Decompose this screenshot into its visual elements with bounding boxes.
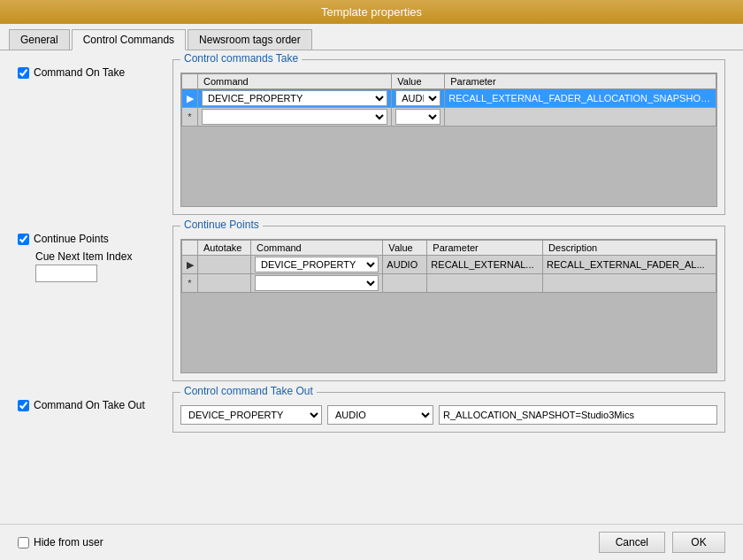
command-take-out-group: Control command Take Out DEVICE_PROPERTY…	[172, 392, 725, 433]
command-cell[interactable]: DEVICE_PROPERTY	[198, 89, 392, 108]
cp-description-cell[interactable]: RECALL_EXTERNAL_FADER_AL...	[543, 256, 716, 274]
command-on-take-checkbox-label[interactable]: Command On Take	[18, 66, 172, 79]
title-bar: Template properties	[0, 0, 743, 24]
value-dropdown[interactable]: AUDIO	[395, 90, 440, 106]
continue-points-section: Continue Points Cue Next Item Index Cont…	[18, 226, 725, 381]
new-row-indicator: *	[182, 108, 198, 127]
hide-from-user-label[interactable]: Hide from user	[18, 536, 103, 548]
cp-table-empty-area	[181, 293, 716, 372]
cp-new-description[interactable]	[543, 274, 716, 293]
continue-points-title: Continue Points	[180, 219, 263, 231]
command-on-take-checkbox[interactable]	[18, 67, 29, 79]
continue-points-group: Continue Points Autotake Command Value P…	[172, 226, 725, 381]
cp-col-indicator	[182, 241, 198, 256]
command-on-take-out-checkbox-label[interactable]: Command On Take Out	[18, 399, 172, 411]
cp-parameter-cell[interactable]: RECALL_EXTERNAL...	[427, 256, 543, 274]
control-commands-take-title: Control commands Take	[180, 52, 302, 65]
cue-next-item-label: Cue Next Item Index	[35, 250, 132, 263]
continue-points-checkbox[interactable]	[18, 234, 29, 245]
value-cell[interactable]: AUDIO	[392, 89, 445, 108]
tab-control-commands[interactable]: Control Commands	[72, 29, 186, 50]
col-indicator	[182, 74, 198, 89]
ok-button[interactable]: OK	[672, 532, 725, 553]
bottom-bar: Hide from user Cancel OK	[0, 524, 743, 560]
continue-points-table-container: Autotake Command Value Parameter Descrip…	[180, 239, 717, 373]
cp-col-parameter: Parameter	[427, 241, 543, 256]
cp-col-command: Command	[251, 241, 383, 256]
cp-value-cell[interactable]: AUDIO	[383, 256, 427, 274]
cp-col-description: Description	[543, 241, 716, 256]
command-on-take-out-section: Command On Take Out Control command Take…	[18, 392, 725, 433]
cp-new-autotake[interactable]	[198, 274, 251, 293]
cp-table-row[interactable]: ▶ DEVICE_PROPERTY AUDIO	[182, 256, 716, 274]
cp-new-command[interactable]	[251, 274, 383, 293]
command-take-out-title: Control command Take Out	[180, 385, 317, 397]
col-value: Value	[392, 74, 445, 89]
control-commands-take-table-container: Command Value Parameter ▶	[180, 73, 717, 207]
command-dropdown-wrapper: DEVICE_PROPERTY	[202, 90, 387, 106]
command-on-take-out-left: Command On Take Out	[18, 392, 172, 411]
cue-index-row: Cue Next Item Index	[35, 250, 172, 263]
cp-col-autotake: Autotake	[198, 241, 251, 256]
take-out-value-dropdown[interactable]: AUDIO	[327, 405, 433, 425]
cue-index-input-wrapper	[35, 265, 172, 282]
col-parameter: Parameter	[445, 74, 716, 89]
parameter-cell[interactable]: RECALL_EXTERNAL_FADER_ALLOCATION_SNAPSHO…	[445, 89, 716, 108]
tab-general[interactable]: General	[9, 29, 70, 50]
control-commands-take-group: Control commands Take Command Value Para…	[172, 59, 725, 215]
continue-points-left: Continue Points Cue Next Item Index	[18, 226, 172, 282]
command-dropdown[interactable]: DEVICE_PROPERTY	[202, 90, 387, 106]
window-title: Template properties	[321, 5, 422, 19]
cp-new-indicator: *	[182, 274, 198, 293]
continue-points-checkbox-label[interactable]: Continue Points	[18, 233, 172, 245]
cp-new-value[interactable]	[383, 274, 427, 293]
control-commands-take-table: Command Value Parameter ▶	[181, 73, 716, 127]
new-command-cell[interactable]	[198, 108, 392, 127]
new-parameter-cell[interactable]	[445, 108, 716, 127]
take-out-command-dropdown[interactable]: DEVICE_PROPERTY	[180, 405, 322, 425]
cp-col-value: Value	[383, 241, 427, 256]
cue-index-input[interactable]	[35, 265, 97, 282]
take-out-row: DEVICE_PROPERTY AUDIO	[180, 405, 717, 425]
main-content: Command On Take Control commands Take Co…	[0, 50, 743, 524]
new-value-cell[interactable]	[392, 108, 445, 127]
continue-points-table: Autotake Command Value Parameter Descrip…	[181, 240, 716, 293]
table-header-row: Command Value Parameter	[182, 74, 716, 89]
cp-new-row[interactable]: *	[182, 274, 716, 293]
cp-command-dropdown[interactable]: DEVICE_PROPERTY	[255, 257, 379, 272]
command-on-take-out-right: Control command Take Out DEVICE_PROPERTY…	[172, 392, 725, 433]
cp-command-cell[interactable]: DEVICE_PROPERTY	[251, 256, 383, 274]
cp-new-parameter[interactable]	[427, 274, 543, 293]
table-row[interactable]: ▶ DEVICE_PROPERTY	[182, 89, 716, 108]
value-dropdown-wrapper: AUDIO	[395, 90, 440, 106]
cp-autotake-cell[interactable]	[198, 256, 251, 274]
command-on-take-out-checkbox[interactable]	[18, 400, 29, 411]
tab-bar: General Control Commands Newsroom tags o…	[0, 24, 743, 50]
hide-from-user-checkbox[interactable]	[18, 537, 29, 548]
tab-newsroom-tags[interactable]: Newsroom tags order	[188, 29, 312, 50]
table-empty-area	[181, 127, 716, 206]
cp-new-command-dropdown[interactable]	[255, 275, 379, 291]
cp-row-indicator: ▶	[182, 256, 198, 274]
new-value-dropdown[interactable]	[395, 109, 440, 125]
bottom-buttons: Cancel OK	[599, 532, 725, 553]
cancel-button[interactable]: Cancel	[599, 532, 665, 553]
command-on-take-left: Command On Take	[18, 59, 172, 79]
command-on-take-right: Control commands Take Command Value Para…	[172, 59, 725, 215]
continue-points-right: Continue Points Autotake Command Value P…	[172, 226, 725, 381]
col-command: Command	[198, 74, 392, 89]
row-indicator: ▶	[182, 89, 198, 108]
take-out-parameter-input[interactable]	[439, 405, 717, 425]
command-on-take-section: Command On Take Control commands Take Co…	[18, 59, 725, 215]
new-row[interactable]: *	[182, 108, 716, 127]
cp-header-row: Autotake Command Value Parameter Descrip…	[182, 241, 716, 256]
new-command-dropdown[interactable]	[202, 109, 387, 125]
